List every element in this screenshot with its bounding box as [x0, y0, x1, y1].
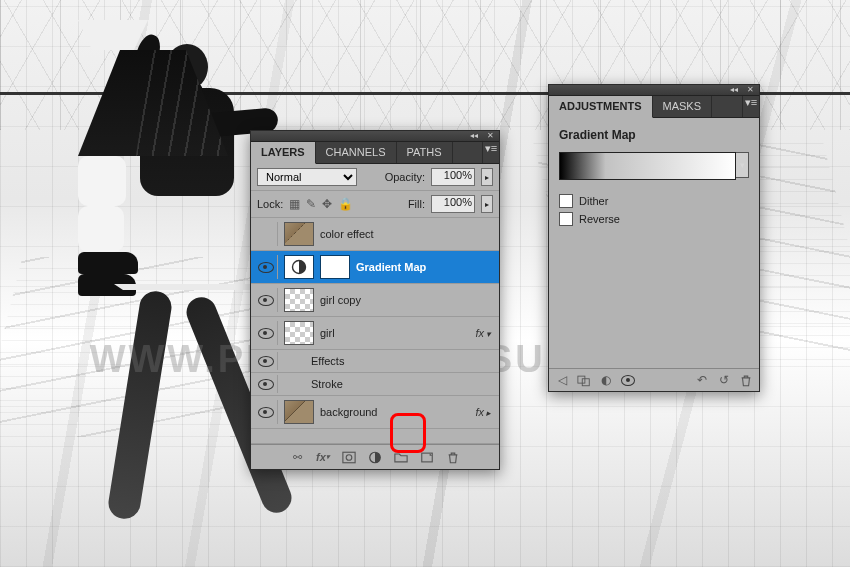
close-icon[interactable]: ✕ [485, 132, 495, 140]
effect-stroke-row[interactable]: Stroke [251, 373, 499, 396]
reset-icon[interactable]: ↺ [717, 373, 731, 387]
layer-mask-icon[interactable] [320, 255, 350, 279]
fill-field[interactable]: 100% [431, 195, 475, 213]
fx-badge[interactable]: fx▸ [475, 406, 495, 418]
panel-titlebar[interactable]: ◂◂ ✕ [251, 131, 499, 142]
skirt-hem [114, 284, 264, 290]
gradient-row: ▾ [559, 152, 749, 180]
svg-rect-5 [578, 376, 585, 383]
effects-heading-row[interactable]: Effects [251, 350, 499, 373]
tab-masks[interactable]: MASKS [653, 96, 713, 117]
panel-titlebar[interactable]: ◂◂ ✕ [549, 85, 759, 96]
tab-layers[interactable]: LAYERS [251, 142, 316, 164]
layer-name[interactable]: background [320, 406, 469, 418]
layers-body: Normal Opacity: 100% ▸ Lock: ▦ ✎ ✥ 🔒 Fil… [251, 164, 499, 469]
panel-menu-icon[interactable]: ▾≡ [742, 96, 759, 117]
leg-left [106, 289, 174, 521]
visibility-toggle[interactable] [255, 321, 278, 345]
fill-label: Fill: [408, 198, 425, 210]
lock-transparency-icon[interactable]: ▦ [289, 197, 300, 211]
fx-badge[interactable]: fx▾ [475, 327, 495, 339]
layer-thumb-icon [284, 222, 314, 246]
layer-name[interactable]: Gradient Map [356, 261, 495, 273]
eye-icon [258, 407, 274, 418]
fill-stepper[interactable]: ▸ [481, 195, 493, 213]
gradient-preview[interactable] [559, 152, 736, 180]
eye-icon [258, 295, 274, 306]
layer-name[interactable]: color effect [320, 228, 495, 240]
svg-point-2 [346, 454, 352, 460]
lock-position-icon[interactable]: ✥ [322, 197, 332, 211]
visibility-toggle[interactable] [255, 222, 278, 246]
fx-icon[interactable]: fx▾ [316, 450, 330, 464]
shoe-left [78, 252, 138, 274]
layer-name[interactable]: girl copy [320, 294, 495, 306]
layer-thumb-icon [284, 400, 314, 424]
visibility-toggle[interactable] [255, 288, 278, 312]
previous-icon[interactable]: ↶ [695, 373, 709, 387]
svg-rect-6 [582, 378, 589, 385]
eye-icon [258, 379, 274, 390]
collapse-icon[interactable]: ◂◂ [729, 86, 739, 94]
effects-label: Effects [311, 355, 344, 367]
layer-background[interactable]: background fx▸ [251, 396, 499, 429]
adjustments-panel: ◂◂ ✕ ADJUSTMENTS MASKS ▾≡ Gradient Map ▾… [548, 84, 760, 392]
tab-adjustments[interactable]: ADJUSTMENTS [549, 96, 653, 118]
blend-mode-select[interactable]: Normal [257, 168, 357, 186]
legwarmer-right [78, 206, 124, 252]
eye-icon [258, 328, 274, 339]
svg-rect-1 [343, 452, 355, 463]
tab-spacer [453, 142, 482, 163]
new-layer-icon[interactable] [420, 450, 434, 464]
visibility-toggle[interactable] [255, 375, 278, 393]
lock-fill-row: Lock: ▦ ✎ ✥ 🔒 Fill: 100% ▸ [251, 191, 499, 218]
trash-icon[interactable] [739, 373, 753, 387]
layer-name[interactable]: girl [320, 327, 469, 339]
checkbox-box [559, 194, 573, 208]
close-icon[interactable]: ✕ [745, 86, 755, 94]
opacity-stepper[interactable]: ▸ [481, 168, 493, 186]
layers-panel: ◂◂ ✕ LAYERS CHANNELS PATHS ▾≡ Normal Opa… [250, 130, 500, 470]
lock-pixels-icon[interactable]: ✎ [306, 197, 316, 211]
layer-thumb-icon [284, 288, 314, 312]
visibility-toggle[interactable] [255, 352, 278, 370]
adjustment-thumb-icon [284, 255, 314, 279]
checkbox-box [559, 212, 573, 226]
lock-icons-group: ▦ ✎ ✥ 🔒 [289, 197, 353, 211]
opacity-field[interactable]: 100% [431, 168, 475, 186]
layer-gradient-map[interactable]: Gradient Map [251, 251, 499, 284]
visibility-toggle[interactable] [255, 255, 278, 279]
link-icon[interactable]: ⚯ [290, 450, 304, 464]
mask-icon[interactable] [342, 450, 356, 464]
layers-tabs: LAYERS CHANNELS PATHS ▾≡ [251, 142, 499, 164]
tab-channels[interactable]: CHANNELS [316, 142, 397, 163]
lock-label: Lock: [257, 198, 283, 210]
layers-footer: ⚯ fx▾ [251, 444, 499, 469]
gradient-dropdown-icon[interactable]: ▾ [736, 152, 749, 178]
opacity-label: Opacity: [385, 171, 425, 183]
visibility-toggle[interactable] [255, 400, 278, 424]
layer-list: color effect Gradient Map girl copy girl… [251, 218, 499, 444]
layer-color-effect[interactable]: color effect [251, 218, 499, 251]
lock-all-icon[interactable]: 🔒 [338, 197, 353, 211]
presets-icon[interactable] [577, 373, 591, 387]
adjustment-title: Gradient Map [559, 126, 749, 152]
visibility-icon[interactable] [621, 373, 635, 387]
reverse-label: Reverse [579, 213, 620, 225]
panel-menu-icon[interactable]: ▾≡ [482, 142, 499, 163]
clip-icon[interactable]: ◐ [599, 373, 613, 387]
adjustments-footer: ◁ ◐ ↶ ↺ [549, 368, 759, 391]
adjustments-body: Gradient Map ▾ Dither Reverse [549, 118, 759, 368]
back-icon[interactable]: ◁ [555, 373, 569, 387]
tab-paths[interactable]: PATHS [397, 142, 453, 163]
dither-checkbox[interactable]: Dither [559, 194, 749, 208]
blend-opacity-row: Normal Opacity: 100% ▸ [251, 164, 499, 191]
group-icon[interactable] [394, 450, 408, 464]
trash-icon[interactable] [446, 450, 460, 464]
layer-girl[interactable]: girl fx▾ [251, 317, 499, 350]
collapse-icon[interactable]: ◂◂ [469, 132, 479, 140]
reverse-checkbox[interactable]: Reverse [559, 212, 749, 226]
eye-icon [258, 262, 274, 273]
adjustment-icon[interactable] [368, 450, 382, 464]
layer-girl-copy[interactable]: girl copy [251, 284, 499, 317]
